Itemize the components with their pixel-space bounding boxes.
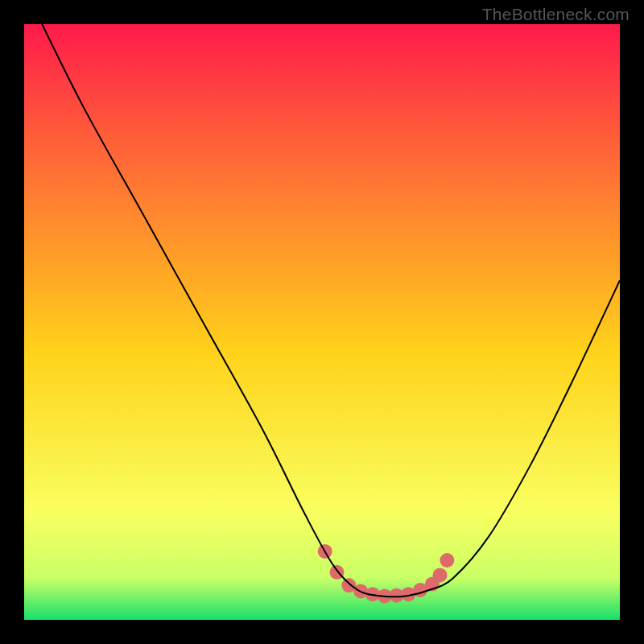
attribution-text: TheBottleneck.com [482,5,630,24]
chart-svg [24,24,620,620]
gradient-background [24,24,620,620]
highlight-marker [433,568,448,583]
highlight-marker [440,553,454,568]
chart-area [24,24,620,620]
